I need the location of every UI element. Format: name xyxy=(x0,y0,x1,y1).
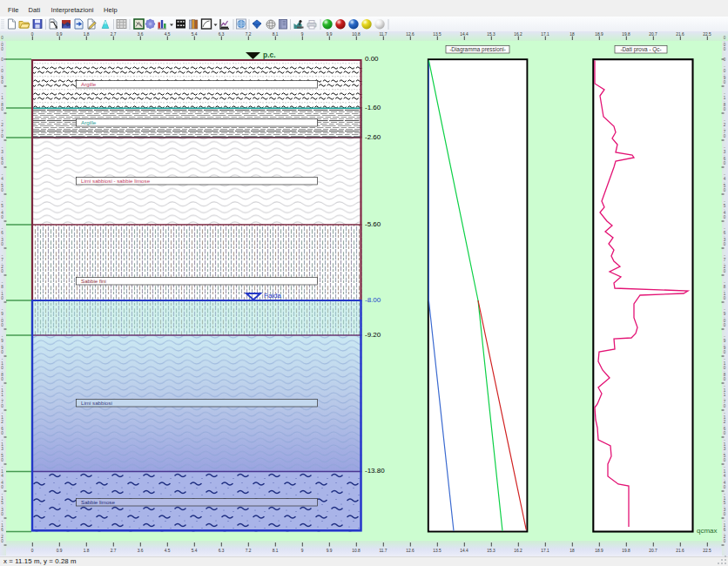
svg-text:0: 0 xyxy=(724,377,726,381)
svg-text:0: 0 xyxy=(724,485,726,489)
svg-text:0: 0 xyxy=(1,269,3,273)
svg-text:0: 0 xyxy=(724,161,726,165)
svg-text:0: 0 xyxy=(724,458,726,462)
svg-text:0: 0 xyxy=(1,350,3,354)
svg-text:-Diagramma pressioni-: -Diagramma pressioni- xyxy=(449,46,506,53)
svg-text:p.c.: p.c. xyxy=(263,51,276,59)
svg-text:0: 0 xyxy=(724,431,726,435)
svg-text:0: 0 xyxy=(1,242,3,246)
svg-text:Falda: Falda xyxy=(264,292,282,300)
svg-text:0: 0 xyxy=(724,323,726,327)
svg-text:0: 0 xyxy=(1,47,3,51)
svg-text:Limi sabbiosi: Limi sabbiosi xyxy=(81,400,112,406)
svg-text:0: 0 xyxy=(1,80,3,84)
svg-text:0: 0 xyxy=(1,404,3,408)
svg-text:0: 0 xyxy=(724,47,726,51)
svg-text:0: 0 xyxy=(724,404,726,408)
svg-text:Argille: Argille xyxy=(81,119,97,125)
svg-text:0: 0 xyxy=(724,80,726,84)
svg-text:0: 0 xyxy=(724,512,726,516)
svg-text:0: 0 xyxy=(1,512,3,516)
svg-text:0: 0 xyxy=(724,350,726,354)
svg-text:0: 0 xyxy=(1,57,3,62)
svg-text:0: 0 xyxy=(1,188,3,192)
svg-text:Argille: Argille xyxy=(81,81,97,87)
svg-text:0: 0 xyxy=(724,539,726,543)
svg-text:0: 0 xyxy=(1,161,3,165)
svg-text:0: 0 xyxy=(1,215,3,219)
svg-text:0: 0 xyxy=(1,539,3,543)
svg-text:0: 0 xyxy=(1,458,3,462)
svg-text:0: 0 xyxy=(1,377,3,381)
svg-text:0: 0 xyxy=(1,296,3,300)
svg-text:Limi sabbiosi - sabbie limose: Limi sabbiosi - sabbie limose xyxy=(81,178,151,184)
svg-text:0: 0 xyxy=(724,57,726,62)
svg-text:0: 0 xyxy=(1,431,3,435)
svg-text:0: 0 xyxy=(724,134,726,138)
svg-text:0: 0 xyxy=(724,188,726,192)
svg-text:0: 0 xyxy=(1,107,3,111)
svg-text:Sabbie fini: Sabbie fini xyxy=(81,278,106,284)
svg-text:0: 0 xyxy=(724,242,726,246)
svg-text:0: 0 xyxy=(724,215,726,219)
svg-text:-Dati prova - Qc-: -Dati prova - Qc- xyxy=(620,46,661,53)
svg-text:0: 0 xyxy=(1,323,3,327)
svg-text:0: 0 xyxy=(724,269,726,273)
svg-text:Sabbie limose: Sabbie limose xyxy=(81,499,115,505)
svg-text:0: 0 xyxy=(1,485,3,489)
svg-text:0: 0 xyxy=(724,107,726,111)
svg-text:0: 0 xyxy=(724,296,726,300)
svg-text:0: 0 xyxy=(1,134,3,138)
